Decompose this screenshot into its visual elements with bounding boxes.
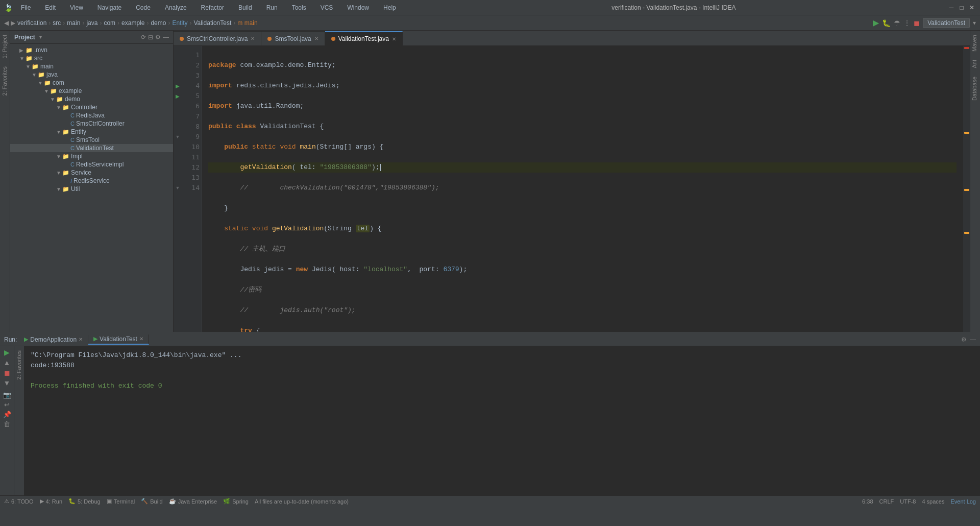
close-tab-icon[interactable]: ✕ bbox=[314, 36, 318, 41]
tree-item-redisservice[interactable]: I RedisService bbox=[10, 177, 173, 185]
tree-item-demo[interactable]: ▼ 📁 demo bbox=[10, 95, 173, 103]
tree-item-service[interactable]: ▼ 📁 Service bbox=[10, 169, 173, 177]
rerun-button[interactable]: ▶ bbox=[4, 348, 10, 356]
breadcrumb-entity[interactable]: Entity bbox=[172, 19, 187, 27]
tree-item-java[interactable]: ▼ 📁 java bbox=[10, 70, 173, 79]
status-todo[interactable]: ⚠ 6: TODO bbox=[4, 498, 34, 505]
clear-icon[interactable]: 🗑 bbox=[4, 420, 10, 428]
capture-icon[interactable]: 📷 bbox=[3, 391, 11, 399]
status-encoding[interactable]: UTF-8 bbox=[900, 498, 916, 505]
status-indent[interactable]: 4 spaces bbox=[922, 498, 944, 505]
ant-panel-button[interactable]: Ant bbox=[970, 56, 980, 73]
editor-scrollbar[interactable] bbox=[963, 46, 970, 332]
minimize-button[interactable]: ─ bbox=[947, 4, 955, 12]
tab-smstool[interactable]: SmsTool.java ✕ bbox=[261, 31, 325, 45]
menu-help[interactable]: Help bbox=[379, 3, 400, 12]
status-line-endings[interactable]: CRLF bbox=[879, 498, 894, 505]
run-config-dropdown[interactable]: ▾ bbox=[973, 19, 976, 27]
maximize-button[interactable]: □ bbox=[958, 4, 966, 12]
minimize-panel-icon[interactable]: — bbox=[163, 34, 169, 41]
bottom-tab-demoapplication[interactable]: ▶ DemoApplication ✕ bbox=[19, 335, 88, 344]
status-java-enterprise[interactable]: ☕ Java Enterprise bbox=[169, 498, 217, 505]
menu-window[interactable]: Window bbox=[343, 3, 373, 12]
scroll-up-button[interactable]: ▲ bbox=[4, 358, 11, 367]
menu-view[interactable]: View bbox=[66, 3, 87, 12]
menu-analyze[interactable]: Analyze bbox=[161, 3, 191, 12]
breadcrumb-main[interactable]: main bbox=[67, 19, 80, 27]
tree-item-redisserviceimpl[interactable]: C RedisServiceImpl bbox=[10, 160, 173, 169]
status-position[interactable]: 6:38 bbox=[862, 498, 873, 505]
project-panel-dropdown[interactable]: ▾ bbox=[39, 34, 42, 40]
stop-button[interactable]: ◼ bbox=[914, 19, 920, 27]
minimize-panel-icon[interactable]: — bbox=[970, 336, 976, 343]
tree-item-redisjava[interactable]: C RedisJava bbox=[10, 111, 173, 119]
menu-build[interactable]: Build bbox=[234, 3, 256, 12]
tab-smsctrlcontroller[interactable]: SmsCtrlController.java ✕ bbox=[174, 31, 261, 45]
coverage-button[interactable]: ☂ bbox=[894, 19, 900, 27]
breadcrumb-java[interactable]: java bbox=[86, 19, 97, 27]
close-tab-icon[interactable]: ✕ bbox=[139, 336, 143, 342]
close-button[interactable]: ✕ bbox=[968, 4, 976, 12]
status-run[interactable]: ▶ 4: Run bbox=[40, 498, 62, 505]
database-panel-button[interactable]: Database bbox=[970, 73, 980, 105]
tree-item-entity[interactable]: ▼ 📁 Entity bbox=[10, 128, 173, 136]
maven-panel-button[interactable]: Maven bbox=[970, 31, 980, 56]
breadcrumb-src[interactable]: src bbox=[53, 19, 61, 27]
breadcrumb-demo[interactable]: demo bbox=[151, 19, 166, 27]
collapse-icon[interactable]: ⊟ bbox=[148, 34, 153, 41]
tree-item-impl[interactable]: ▼ 📁 Impl bbox=[10, 152, 173, 160]
favorites-panel-button[interactable]: 2: Favorites bbox=[14, 346, 24, 384]
status-debug[interactable]: 🐛 5: Debug bbox=[68, 498, 101, 505]
tree-item-mvn[interactable]: ▶ 📁 .mvn bbox=[10, 46, 173, 54]
fold-arrow-line14[interactable]: ▼ bbox=[174, 183, 181, 193]
close-tab-icon[interactable]: ✕ bbox=[79, 337, 83, 342]
breadcrumb-validationtest[interactable]: ValidationTest bbox=[193, 19, 231, 27]
breadcrumb-com[interactable]: com bbox=[104, 19, 115, 27]
tree-item-validationtest[interactable]: C ValidationTest bbox=[10, 144, 173, 152]
tab-validationtest[interactable]: ValidationTest.java ✕ bbox=[325, 31, 403, 45]
fold-arrow-line9[interactable]: ▼ bbox=[174, 132, 181, 142]
menu-edit[interactable]: Edit bbox=[41, 3, 60, 12]
breadcrumb-example[interactable]: example bbox=[121, 19, 144, 27]
run-arrow-line4[interactable]: ▶ bbox=[174, 81, 181, 91]
wrap-icon[interactable]: ↩ bbox=[4, 401, 10, 409]
status-build[interactable]: 🔨 Build bbox=[141, 498, 162, 505]
structure-panel-button[interactable]: 2: Favorites bbox=[0, 62, 10, 100]
breadcrumb-main-method[interactable]: m main bbox=[237, 19, 257, 27]
tree-item-main[interactable]: ▼ 📁 main bbox=[10, 62, 173, 70]
run-button[interactable]: ▶ bbox=[873, 18, 879, 28]
menu-navigate[interactable]: Navigate bbox=[93, 3, 126, 12]
stop-run-button[interactable]: ◼ bbox=[4, 369, 10, 377]
menu-refactor[interactable]: Refactor bbox=[197, 3, 228, 12]
tree-item-util[interactable]: ▼ 📁 Util bbox=[10, 185, 173, 193]
breadcrumb-verification[interactable]: verification bbox=[17, 19, 46, 27]
settings-icon[interactable]: ⚙ bbox=[961, 336, 967, 343]
tree-item-smsctrlcontroller[interactable]: C SmsCtrlController bbox=[10, 119, 173, 128]
nav-forward-button[interactable]: ▶ bbox=[11, 19, 15, 27]
scroll-down-button[interactable]: ▼ bbox=[4, 379, 11, 387]
tree-item-smstool[interactable]: C SmsTool bbox=[10, 136, 173, 144]
run-arrow-line5[interactable]: ▶ bbox=[174, 91, 181, 101]
close-tab-icon[interactable]: ✕ bbox=[251, 36, 255, 41]
tree-item-controller[interactable]: ▼ 📁 Controller bbox=[10, 103, 173, 111]
status-terminal[interactable]: ▣ Terminal bbox=[107, 498, 135, 505]
menu-file[interactable]: File bbox=[17, 3, 35, 12]
nav-back-button[interactable]: ◀ bbox=[4, 19, 9, 27]
tree-item-src[interactable]: ▼ 📁 src bbox=[10, 54, 173, 62]
tree-item-com[interactable]: ▼ 📁 com bbox=[10, 79, 173, 87]
bottom-tab-validationtest[interactable]: ▶ ValidationTest ✕ bbox=[88, 334, 149, 345]
run-config-selector[interactable]: ValidationTest bbox=[923, 18, 970, 28]
status-spring[interactable]: 🌿 Spring bbox=[223, 498, 249, 505]
pin-icon[interactable]: 📌 bbox=[3, 411, 11, 418]
menu-vcs[interactable]: VCS bbox=[316, 3, 337, 12]
more-run-button[interactable]: ⋮ bbox=[903, 19, 911, 27]
code-editor[interactable]: package com.example.demo.Entity; import … bbox=[202, 46, 963, 332]
menu-code[interactable]: Code bbox=[132, 3, 155, 12]
status-event-log[interactable]: Event Log bbox=[950, 498, 976, 505]
debug-button[interactable]: 🐛 bbox=[882, 19, 891, 27]
settings-icon[interactable]: ⚙ bbox=[155, 34, 161, 41]
menu-run[interactable]: Run bbox=[262, 3, 282, 12]
sync-icon[interactable]: ⟳ bbox=[141, 34, 146, 41]
tree-item-example[interactable]: ▼ 📁 example bbox=[10, 87, 173, 95]
project-panel-button[interactable]: 1: Project bbox=[0, 31, 10, 62]
